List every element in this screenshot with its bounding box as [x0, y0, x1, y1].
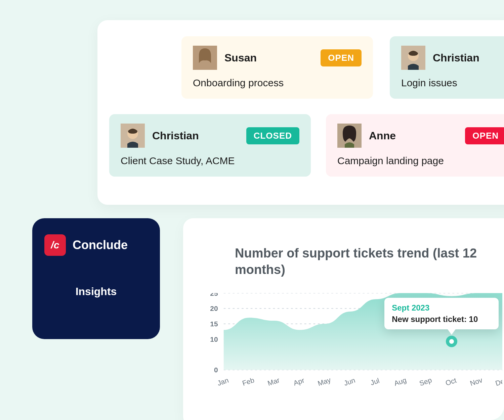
chart-title: Number of support tickets trend (last 12… — [235, 245, 502, 278]
svg-text:May: May — [317, 376, 332, 387]
tooltip-value: New support ticket: 10 — [392, 315, 491, 324]
chart-panel: Number of support tickets trend (last 12… — [183, 218, 504, 420]
menu-item-insights[interactable]: Insights — [44, 285, 148, 298]
chart-focus-point-icon — [446, 336, 457, 347]
ticket-person: Christian — [152, 130, 239, 142]
avatar — [193, 46, 217, 70]
app-card: /c Conclude Insights — [32, 218, 160, 339]
ticket-card[interactable]: Christian CLOSED Client Case Study, ACME — [109, 114, 311, 177]
svg-text:Apr: Apr — [293, 376, 305, 387]
svg-text:Jul: Jul — [369, 376, 380, 386]
ticket-person: Anne — [369, 130, 458, 142]
ticket-card[interactable]: Susan OPEN Onboarding process — [181, 36, 373, 99]
svg-text:Dec: Dec — [494, 376, 502, 387]
svg-text:Jun: Jun — [343, 376, 356, 387]
tooltip-pointer-icon — [446, 327, 457, 335]
ticket-title: Login issues — [401, 77, 504, 89]
ticket-title: Onboarding process — [193, 77, 362, 89]
app-logo-icon: /c — [44, 234, 66, 256]
chart-area[interactable]: 010152025 JanFebMarAprMayJunJulAugSepOct… — [201, 293, 502, 404]
svg-text:15: 15 — [210, 320, 218, 328]
svg-text:Sep: Sep — [418, 376, 433, 387]
ticket-person: Susan — [224, 52, 313, 64]
app-name: Conclude — [73, 238, 128, 252]
svg-text:Jan: Jan — [216, 376, 229, 387]
svg-text:25: 25 — [210, 293, 218, 297]
svg-text:Feb: Feb — [241, 376, 255, 387]
ticket-card[interactable]: Anne OPEN Campaign landing page — [326, 114, 504, 177]
svg-text:20: 20 — [210, 305, 218, 312]
svg-text:0: 0 — [214, 366, 218, 374]
svg-text:10: 10 — [210, 335, 218, 343]
svg-text:Mar: Mar — [266, 376, 280, 387]
avatar — [401, 46, 425, 70]
avatar — [121, 124, 145, 148]
chart-tooltip: Sept 2023 New support ticket: 10 — [384, 298, 499, 329]
svg-text:Nov: Nov — [469, 376, 484, 387]
ticket-person: Christian — [433, 52, 504, 64]
svg-text:Oct: Oct — [445, 376, 457, 387]
status-badge: CLOSED — [246, 127, 299, 144]
avatar — [337, 124, 362, 148]
status-badge: OPEN — [465, 127, 504, 144]
ticket-title: Client Case Study, ACME — [121, 155, 299, 167]
status-badge: OPEN — [321, 49, 362, 66]
svg-text:Aug: Aug — [393, 376, 408, 387]
ticket-card[interactable]: Christian Login issues — [390, 36, 504, 99]
tooltip-date: Sept 2023 — [392, 303, 491, 313]
ticket-title: Campaign landing page — [337, 155, 504, 167]
